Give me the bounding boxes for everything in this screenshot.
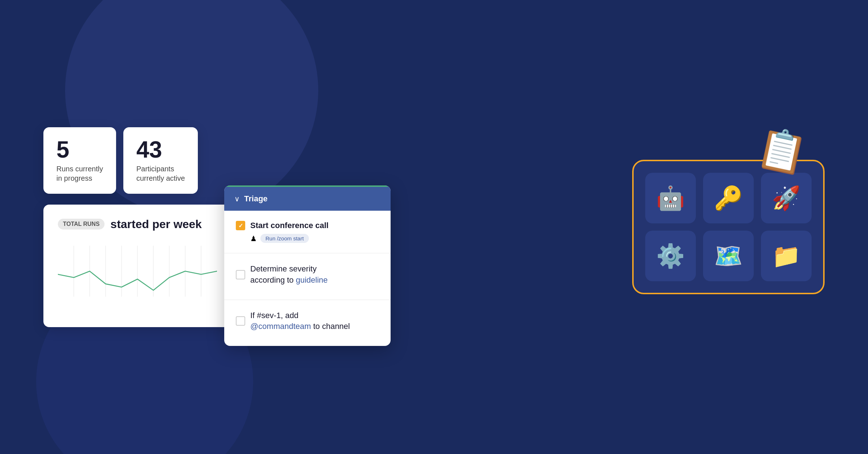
triage-item-2: Determine severityaccording to guideline — [224, 253, 391, 300]
right-section: 📋 🤖 🔑 🚀 ⚙️ 🗺️ 📁 — [632, 160, 825, 294]
chart-triage-wrapper: TOTAL RUNS started per week — [43, 205, 369, 327]
rocket-app-icon[interactable]: 🚀 — [761, 173, 812, 223]
triage-item-3-text: If #sev-1, add@commandteam to channel — [250, 310, 350, 333]
chart-tag: TOTAL RUNS — [58, 219, 105, 230]
left-section: 5 Runs currentlyin progress 43 Participa… — [43, 127, 369, 327]
guideline-link[interactable]: guideline — [296, 275, 328, 284]
triage-item-1-header: Start conference call — [236, 221, 379, 230]
triage-avatar-icon: ♟ — [250, 234, 257, 243]
commandteam-link[interactable]: @commandteam — [250, 322, 311, 331]
folder-app-icon[interactable]: 📁 — [761, 231, 812, 281]
robot-app-icon[interactable]: 🤖 — [645, 173, 696, 223]
triage-item-2-text: Determine severityaccording to guideline — [250, 264, 328, 286]
runs-number: 5 — [56, 138, 103, 161]
clipboard-decoration-icon: 📋 — [753, 123, 811, 179]
triage-body: Start conference call ♟ Run /zoom start — [224, 211, 391, 346]
chart-card: TOTAL RUNS started per week — [43, 205, 231, 327]
triage-item-3-header: If #sev-1, add@commandteam to channel — [236, 310, 379, 333]
participants-stat-card: 43 Participantscurrently active — [123, 127, 198, 194]
checkbox-1[interactable] — [236, 221, 245, 230]
checkbox-3[interactable] — [236, 316, 245, 326]
triage-title: Triage — [244, 194, 268, 204]
triage-item-3: If #sev-1, add@commandteam to channel — [224, 300, 391, 346]
line-chart-svg — [58, 242, 217, 307]
chart-title: started per week — [110, 218, 202, 231]
chart-area — [58, 242, 217, 314]
checkbox-2[interactable] — [236, 270, 245, 279]
map-app-icon[interactable]: 🗺️ — [703, 231, 754, 281]
triage-run-badge: Run /zoom start — [260, 234, 309, 243]
stats-row: 5 Runs currentlyin progress 43 Participa… — [43, 127, 369, 194]
app-grid: 🤖 🔑 🚀 ⚙️ 🗺️ 📁 — [645, 173, 812, 281]
triage-card: ∨ Triage Start conference call ♟ Run /zo… — [224, 185, 391, 346]
participants-number: 43 — [136, 138, 185, 161]
main-content: 5 Runs currentlyin progress 43 Participa… — [0, 0, 868, 454]
app-grid-container: 🤖 🔑 🚀 ⚙️ 🗺️ 📁 — [632, 160, 825, 294]
triage-header: ∨ Triage — [224, 185, 391, 211]
gear-app-icon[interactable]: ⚙️ — [645, 231, 696, 281]
participants-label: Participantscurrently active — [136, 164, 185, 183]
chart-header: TOTAL RUNS started per week — [58, 218, 217, 231]
triage-item-1-meta: ♟ Run /zoom start — [250, 234, 379, 243]
runs-label: Runs currentlyin progress — [56, 164, 103, 183]
triage-chevron-icon: ∨ — [234, 194, 240, 203]
key-app-icon[interactable]: 🔑 — [703, 173, 754, 223]
triage-item-1-title: Start conference call — [250, 221, 328, 230]
runs-stat-card: 5 Runs currentlyin progress — [43, 127, 116, 194]
triage-item-1: Start conference call ♟ Run /zoom start — [224, 211, 391, 253]
triage-item-2-header: Determine severityaccording to guideline — [236, 264, 379, 286]
